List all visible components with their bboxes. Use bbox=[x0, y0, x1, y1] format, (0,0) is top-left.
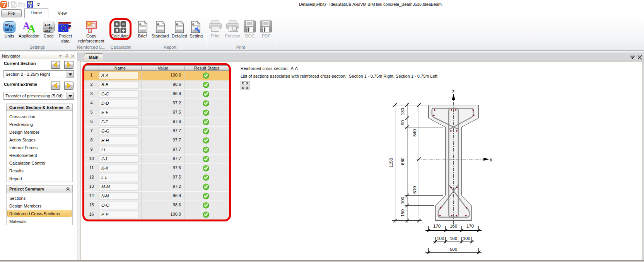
svg-text:170: 170 bbox=[433, 224, 441, 228]
svg-text:130: 130 bbox=[401, 108, 405, 115]
svg-text:a: a bbox=[176, 22, 178, 26]
svg-text:MPa: MPa bbox=[5, 28, 13, 32]
svg-text:1150: 1150 bbox=[389, 158, 393, 168]
svg-text:170: 170 bbox=[466, 224, 474, 228]
svg-text:100: 100 bbox=[437, 236, 444, 241]
svg-text:z: z bbox=[452, 89, 454, 94]
svg-text:100: 100 bbox=[401, 197, 405, 204]
svg-text:25.8: 25.8 bbox=[44, 29, 51, 32]
svg-text:150: 150 bbox=[401, 209, 405, 217]
svg-text:90: 90 bbox=[401, 120, 405, 125]
svg-text:540: 540 bbox=[412, 129, 417, 136]
svg-text:160: 160 bbox=[450, 236, 457, 241]
svg-text:A: A bbox=[27, 22, 35, 33]
svg-text:680: 680 bbox=[401, 158, 405, 165]
svg-text:a: a bbox=[157, 22, 159, 26]
svg-text:y: y bbox=[490, 157, 492, 162]
svg-text:a: a bbox=[192, 22, 194, 26]
svg-text:500: 500 bbox=[450, 247, 457, 252]
svg-text:610: 610 bbox=[412, 186, 417, 194]
svg-text:a: a bbox=[139, 22, 141, 26]
svg-text:160: 160 bbox=[450, 224, 457, 228]
svg-text:100: 100 bbox=[463, 236, 470, 241]
